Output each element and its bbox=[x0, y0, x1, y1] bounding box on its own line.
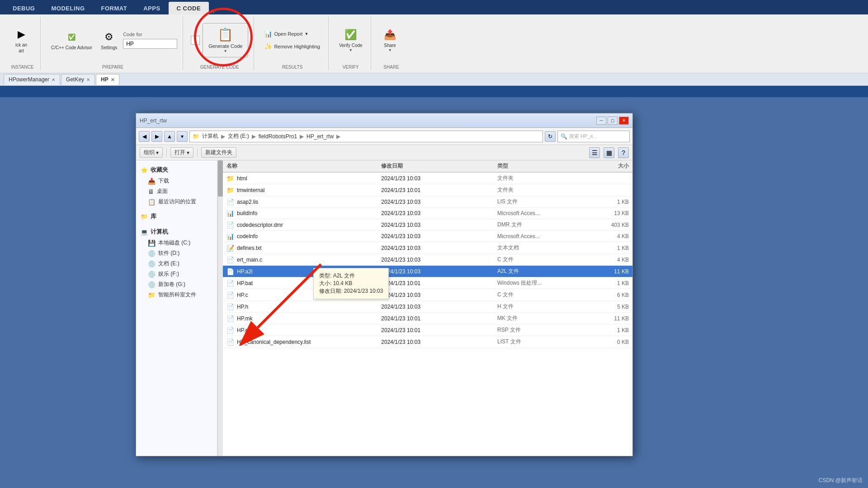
restore-button[interactable]: ◻ bbox=[608, 117, 618, 125]
sidebar-item-g[interactable]: 💿 新加卷 (G:) bbox=[136, 279, 217, 290]
file-date: 2024/1/23 10:01 bbox=[381, 187, 497, 193]
code-for-input[interactable] bbox=[123, 39, 177, 49]
computer-icon: 💻 bbox=[141, 229, 148, 235]
path-part-hp: HP_ert_rtw bbox=[307, 133, 334, 140]
back-button[interactable]: ◀ bbox=[139, 131, 150, 142]
group-prepare-content: ✅ C/C++ Code Advisor ⚙ Settings Code for bbox=[48, 17, 177, 63]
open-report-dropdown[interactable]: ▼ bbox=[304, 32, 308, 36]
table-row[interactable]: 📝 defines.txt 2024/1/23 10:03 文本文档 1 KB bbox=[223, 242, 632, 254]
table-row[interactable]: 📄 HP.mk 2024/1/23 10:01 MK 文件 11 KB bbox=[223, 313, 632, 324]
view-details-button[interactable]: ▦ bbox=[604, 147, 614, 158]
organize-button[interactable]: 组织 ▾ bbox=[140, 147, 163, 158]
minimize-button[interactable]: ─ bbox=[596, 117, 606, 125]
tab-format[interactable]: FORMAT bbox=[93, 2, 136, 14]
sidebar-item-ai[interactable]: 📁 智能所科室文件 bbox=[136, 290, 217, 300]
search-bar[interactable]: 🔍 搜索 HP_e... bbox=[557, 131, 630, 142]
file-icon: 📊 bbox=[226, 233, 234, 240]
close-getkey[interactable]: ✕ bbox=[86, 77, 90, 82]
table-row[interactable]: 📁 tmwinternal 2024/1/23 10:01 文件夹 bbox=[223, 184, 632, 196]
table-row[interactable]: 📄 HP.bat 2024/1/23 10:01 Windows 批处理... … bbox=[223, 277, 632, 289]
open-button[interactable]: 打开 ▾ bbox=[170, 147, 193, 158]
file-date: 2024/1/23 10:03 bbox=[381, 339, 497, 345]
group-results-label: RESULTS bbox=[262, 63, 323, 70]
highlight-icon: ✨ bbox=[264, 43, 272, 50]
doc-tab-getkey[interactable]: GetKey ✕ bbox=[61, 74, 95, 85]
sidebar-scrollbar[interactable] bbox=[217, 160, 223, 456]
tab-apps[interactable]: APPS bbox=[135, 2, 168, 14]
dropdown-button[interactable]: ▾ bbox=[177, 131, 188, 142]
generate-checkbox[interactable] bbox=[191, 36, 200, 45]
sidebar-item-recent[interactable]: 📋 最近访问的位置 bbox=[136, 197, 217, 207]
doc-tab-hp[interactable]: HP ✕ bbox=[96, 74, 119, 85]
sidebar-favorites-header[interactable]: ⭐ 收藏夹 bbox=[136, 164, 217, 176]
col-size-header: 大小 bbox=[575, 162, 629, 170]
file-type: Microsoft Acces... bbox=[497, 233, 575, 239]
generate-code-button[interactable]: 📋 Generate Code ▼ bbox=[203, 23, 248, 57]
group-prepare-label: PREPARE bbox=[48, 63, 177, 70]
close-hp[interactable]: ✕ bbox=[111, 77, 114, 82]
sidebar-computer-header[interactable]: 💻 计算机 bbox=[136, 226, 217, 238]
tab-ccode[interactable]: C CODE bbox=[169, 2, 209, 14]
code-advisor-button[interactable]: ✅ C/C++ Code Advisor bbox=[48, 28, 95, 52]
remove-highlighting-button[interactable]: ✨ Remove Highlighting bbox=[262, 42, 323, 52]
sidebar-item-f[interactable]: 💿 娱乐 (F:) bbox=[136, 269, 217, 279]
sidebar-item-downloads[interactable]: 📥 下载 bbox=[136, 176, 217, 186]
file-icon: 📄 bbox=[226, 291, 234, 299]
file-type: LIST 文件 bbox=[497, 338, 575, 346]
table-row[interactable]: 📄 HP.rsp 2024/1/23 10:01 RSP 文件 1 KB bbox=[223, 324, 632, 336]
table-row[interactable]: 📊 codeInfo 2024/1/23 10:03 Microsoft Acc… bbox=[223, 231, 632, 242]
settings-button[interactable]: ⚙ Settings bbox=[98, 28, 120, 52]
table-row[interactable]: 📄 HP.a2l 2024/1/23 10:03 A2L 文件 11 KB 类型… bbox=[223, 266, 632, 277]
table-row[interactable]: 📄 HP.c 2024/1/23 10:03 C 文件 6 KB bbox=[223, 289, 632, 301]
up-button[interactable]: ▲ bbox=[164, 131, 175, 142]
help-button[interactable]: ? bbox=[618, 147, 629, 158]
doc-tab-hpowermanager[interactable]: HPowerManager ✕ bbox=[4, 74, 60, 85]
file-name: 📄 HP.h bbox=[226, 303, 381, 310]
table-row[interactable]: 📊 buildInfo 2024/1/23 10:03 Microsoft Ac… bbox=[223, 208, 632, 219]
address-path[interactable]: 📁 计算机 ▶ 文档 (E:) ▶ fieldRobotsPro1 ▶ HP_e… bbox=[189, 131, 543, 142]
file-type: Microsoft Acces... bbox=[497, 210, 575, 216]
group-generate-content: 📋 Generate Code ▼ bbox=[191, 17, 248, 63]
settings-icon: ⚙ bbox=[102, 30, 116, 44]
file-date: 2024/1/23 10:03 bbox=[381, 257, 497, 263]
sidebar-item-d[interactable]: 💿 软件 (D:) bbox=[136, 248, 217, 258]
file-icon: 📄 bbox=[226, 221, 234, 229]
table-row[interactable]: 📄 asap2.lis 2024/1/23 10:03 LIS 文件 1 KB bbox=[223, 196, 632, 208]
recent-icon: 📋 bbox=[148, 198, 156, 206]
quick-start-button[interactable]: ▶ ick an art bbox=[10, 25, 33, 55]
file-icon: 📄 bbox=[226, 303, 234, 310]
file-list-header: 名称 修改日期 类型 大小 bbox=[223, 160, 632, 173]
sidebar-item-c[interactable]: 💾 本地磁盘 (C:) bbox=[136, 238, 217, 248]
table-row[interactable]: 📁 html 2024/1/23 10:03 文件夹 bbox=[223, 173, 632, 184]
new-folder-button[interactable]: 新建文件夹 bbox=[201, 147, 236, 158]
view-list-button[interactable]: ☰ bbox=[589, 147, 600, 158]
verify-code-button[interactable]: ✅ Verify Code ▼ bbox=[336, 26, 365, 54]
table-row[interactable]: 📄 HP_canonical_dependency.list 2024/1/23… bbox=[223, 336, 632, 348]
file-name: 📄 HP_canonical_dependency.list bbox=[226, 338, 381, 346]
file-icon: 📄 bbox=[226, 338, 234, 346]
tab-ccode-close[interactable]: ✕ bbox=[211, 9, 215, 14]
sidebar-item-e[interactable]: 💿 文档 (E:) bbox=[136, 258, 217, 269]
disk-e-icon: 💿 bbox=[148, 260, 156, 267]
file-type: 文件夹 bbox=[497, 174, 575, 182]
explorer-file-list: 名称 修改日期 类型 大小 📁 html 2024/1/23 10:03 文件夹… bbox=[223, 160, 632, 456]
refresh-button[interactable]: ↻ bbox=[545, 131, 556, 142]
file-name: 📄 ert_main.c bbox=[226, 256, 381, 263]
share-button[interactable]: 📤 Share ▼ bbox=[379, 26, 401, 54]
share-dropdown-arrow: ▼ bbox=[388, 48, 392, 52]
open-report-button[interactable]: 📊 Open Report ▼ bbox=[262, 29, 311, 39]
table-row[interactable]: 📄 HP.h 2024/1/23 10:03 H 文件 5 KB bbox=[223, 301, 632, 313]
tab-modeling[interactable]: MODELING bbox=[43, 2, 93, 14]
close-hpowermanager[interactable]: ✕ bbox=[52, 77, 55, 82]
sidebar-library-header[interactable]: 📁 库 bbox=[136, 211, 217, 222]
close-button[interactable]: ✕ bbox=[619, 117, 629, 125]
tab-debug[interactable]: DEBUG bbox=[5, 2, 43, 14]
table-row[interactable]: 📄 codedescriptor.dmr 2024/1/23 10:03 DMR… bbox=[223, 219, 632, 231]
file-date: 2024/1/23 10:03 bbox=[381, 199, 497, 205]
file-size: 403 KB bbox=[575, 222, 629, 228]
file-name: 📄 HP.mk bbox=[226, 315, 381, 322]
forward-button[interactable]: ▶ bbox=[151, 131, 162, 142]
group-instance-label: INSTANCE bbox=[10, 63, 35, 70]
table-row[interactable]: 📄 ert_main.c 2024/1/23 10:03 C 文件 4 KB bbox=[223, 254, 632, 266]
sidebar-item-desktop[interactable]: 🖥 桌面 bbox=[136, 186, 217, 197]
